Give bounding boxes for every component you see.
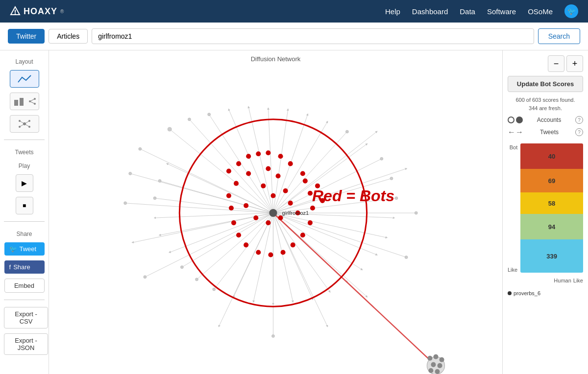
svg-line-62: [273, 213, 406, 257]
divider-2: [4, 221, 45, 222]
svg-point-111: [213, 288, 216, 291]
proverbs-node-label: proverbs_6: [508, 290, 583, 296]
stop-button[interactable]: ■: [16, 197, 33, 214]
center-node: [269, 209, 277, 217]
svg-point-109: [390, 177, 393, 180]
embed-button[interactable]: Embed: [4, 279, 45, 293]
navbar: HOAXY® Help Dashboard Data Software OSoM…: [0, 0, 588, 23]
export-csv-button[interactable]: Export - CSV: [4, 307, 48, 328]
share-label: Share: [4, 231, 45, 237]
color-segment-blue: 339: [520, 239, 583, 273]
zoom-in-button[interactable]: +: [566, 55, 583, 72]
nav-software[interactable]: Software: [487, 7, 516, 16]
line-chart-icon: [17, 73, 32, 84]
search-input[interactable]: [92, 28, 534, 44]
svg-point-121: [405, 256, 408, 259]
tweets-help-icon[interactable]: ?: [575, 128, 583, 136]
svg-point-125: [433, 354, 438, 359]
divider-3: [4, 300, 45, 300]
svg-point-126: [440, 357, 444, 362]
bot-scores-info: 600 of 603 scores found.344 are fresh.: [508, 96, 583, 112]
svg-line-46: [182, 213, 273, 267]
tweet-share-button[interactable]: 🐦 Tweet: [4, 242, 45, 256]
svg-line-17: [20, 124, 24, 127]
svg-rect-3: [14, 100, 18, 106]
export-json-button[interactable]: Export - JSON: [4, 333, 48, 355]
svg-point-127: [431, 362, 436, 367]
svg-point-71: [278, 154, 283, 159]
svg-point-124: [427, 356, 432, 361]
fb-btn-label: Share: [13, 263, 30, 271]
svg-point-119: [144, 276, 147, 279]
tab-articles[interactable]: Articles: [49, 29, 88, 44]
layout-btn-network[interactable]: [10, 115, 39, 133]
play-button[interactable]: ▶: [16, 174, 33, 192]
svg-line-16: [24, 121, 29, 124]
svg-line-56: [133, 213, 273, 242]
tab-twitter[interactable]: Twitter: [8, 29, 45, 44]
svg-point-118: [124, 202, 127, 205]
svg-point-68: [246, 154, 251, 159]
twitter-nav-icon[interactable]: 🐦: [564, 4, 578, 18]
nav-data[interactable]: Data: [460, 7, 475, 16]
svg-point-99: [244, 203, 248, 208]
svg-line-20: [189, 119, 273, 213]
layout-btn-bar[interactable]: [10, 93, 39, 110]
svg-point-102: [315, 184, 320, 188]
accounts-help-icon[interactable]: ?: [575, 116, 583, 124]
svg-point-107: [345, 130, 348, 133]
svg-point-88: [308, 191, 313, 196]
proverbs-dot-icon: [508, 291, 512, 295]
nav-osome[interactable]: OSoMe: [528, 7, 553, 16]
svg-line-58: [219, 213, 273, 326]
svg-line-54: [130, 174, 273, 213]
svg-line-25: [273, 110, 288, 213]
svg-point-75: [234, 181, 239, 186]
svg-line-8: [30, 99, 35, 101]
gray-nodes: [124, 113, 418, 338]
svg-point-101: [226, 168, 231, 173]
nav-help[interactable]: Help: [385, 7, 400, 16]
tweets-legend-row: ←→ Tweets ?: [508, 128, 583, 137]
hoaxy-logo-icon: [10, 6, 21, 17]
svg-point-81: [256, 250, 261, 255]
svg-point-89: [303, 179, 308, 184]
sidebar: Layout: [0, 50, 49, 374]
svg-line-31: [273, 179, 391, 213]
accounts-label: Accounts: [537, 117, 561, 123]
bar-side-labels: Bot Like: [508, 143, 517, 273]
svg-point-77: [229, 206, 234, 210]
zoom-controls: − +: [508, 55, 583, 72]
layout-btn-line[interactable]: [10, 70, 39, 88]
network-area: Diffusion Network Red = Bots: [49, 50, 502, 374]
svg-point-69: [256, 151, 261, 156]
svg-line-22: [229, 110, 273, 213]
facebook-share-button[interactable]: f Share: [4, 260, 45, 274]
search-button[interactable]: Search: [538, 28, 580, 44]
play-label: Play: [4, 163, 45, 169]
network-edges: [125, 107, 436, 366]
color-segment-orange: 69: [520, 169, 583, 192]
svg-line-36: [273, 213, 362, 270]
svg-point-90: [266, 166, 270, 171]
svg-line-39: [273, 213, 312, 299]
svg-point-98: [253, 215, 258, 220]
svg-line-23: [248, 107, 273, 213]
svg-point-104: [168, 127, 172, 131]
svg-point-2: [15, 13, 16, 14]
svg-line-55: [125, 203, 273, 213]
svg-point-70: [266, 150, 270, 155]
main-content: Layout: [0, 50, 588, 374]
color-segment-light-green: 94: [520, 214, 583, 239]
tweet-btn-label: Tweet: [20, 245, 37, 253]
svg-point-76: [226, 193, 231, 198]
svg-point-93: [270, 193, 275, 198]
svg-point-84: [291, 242, 295, 247]
like-label-top: Like: [508, 267, 517, 273]
svg-point-116: [139, 147, 142, 150]
accounts-legend-row: Accounts ?: [508, 116, 583, 124]
nav-dashboard[interactable]: Dashboard: [412, 7, 448, 16]
update-bot-scores-button[interactable]: Update Bot Scores: [508, 76, 583, 92]
zoom-out-button[interactable]: −: [548, 55, 564, 72]
svg-point-74: [246, 171, 251, 176]
